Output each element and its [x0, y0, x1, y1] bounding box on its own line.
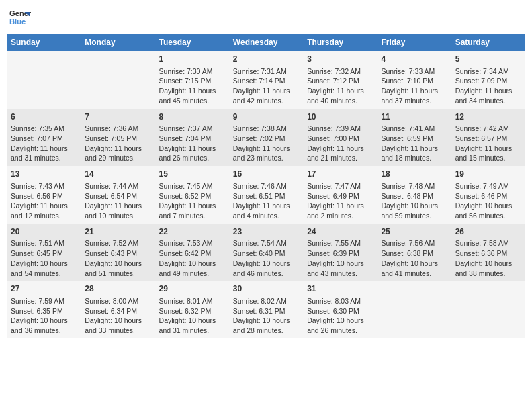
calendar-cell: 25Sunrise: 7:56 AM Sunset: 6:38 PM Dayli…	[377, 224, 451, 281]
day-info: Sunrise: 7:43 AM Sunset: 6:56 PM Dayligh…	[11, 181, 77, 221]
calendar-cell	[451, 281, 525, 338]
calendar-cell: 30Sunrise: 8:02 AM Sunset: 6:31 PM Dayli…	[229, 281, 303, 338]
calendar-cell: 16Sunrise: 7:46 AM Sunset: 6:51 PM Dayli…	[229, 166, 303, 224]
day-info: Sunrise: 7:35 AM Sunset: 7:07 PM Dayligh…	[11, 124, 77, 163]
day-info: Sunrise: 7:53 AM Sunset: 6:42 PM Dayligh…	[159, 238, 225, 278]
svg-text:Blue: Blue	[9, 17, 26, 26]
calendar-cell: 22Sunrise: 7:53 AM Sunset: 6:42 PM Dayli…	[155, 224, 229, 281]
day-info: Sunrise: 7:32 AM Sunset: 7:12 PM Dayligh…	[307, 66, 373, 106]
week-row-2: 6Sunrise: 7:35 AM Sunset: 7:07 PM Daylig…	[7, 109, 525, 167]
day-info: Sunrise: 7:38 AM Sunset: 7:02 PM Dayligh…	[233, 124, 299, 163]
day-info: Sunrise: 7:33 AM Sunset: 7:10 PM Dayligh…	[381, 66, 447, 106]
day-number: 11	[381, 111, 447, 123]
calendar-cell: 8Sunrise: 7:37 AM Sunset: 7:04 PM Daylig…	[155, 109, 229, 167]
logo: General Blue	[9, 7, 31, 28]
day-info: Sunrise: 7:42 AM Sunset: 6:57 PM Dayligh…	[455, 124, 521, 163]
day-number: 16	[233, 169, 299, 180]
week-row-4: 20Sunrise: 7:51 AM Sunset: 6:45 PM Dayli…	[7, 224, 525, 281]
day-number: 7	[85, 111, 150, 123]
calendar-cell: 28Sunrise: 8:00 AM Sunset: 6:34 PM Dayli…	[81, 281, 154, 338]
day-info: Sunrise: 7:41 AM Sunset: 6:59 PM Dayligh…	[381, 124, 447, 163]
day-number: 20	[11, 226, 77, 238]
calendar-cell: 31Sunrise: 8:03 AM Sunset: 6:30 PM Dayli…	[303, 281, 377, 338]
day-info: Sunrise: 8:02 AM Sunset: 6:31 PM Dayligh…	[233, 296, 299, 336]
day-info: Sunrise: 7:51 AM Sunset: 6:45 PM Dayligh…	[11, 238, 77, 278]
calendar-cell: 2Sunrise: 7:31 AM Sunset: 7:14 PM Daylig…	[229, 51, 303, 109]
day-info: Sunrise: 7:56 AM Sunset: 6:38 PM Dayligh…	[381, 238, 447, 278]
calendar-cell: 9Sunrise: 7:38 AM Sunset: 7:02 PM Daylig…	[229, 109, 303, 167]
calendar-cell: 24Sunrise: 7:55 AM Sunset: 6:39 PM Dayli…	[303, 224, 377, 281]
day-number: 29	[159, 283, 225, 295]
calendar-cell: 18Sunrise: 7:48 AM Sunset: 6:48 PM Dayli…	[377, 166, 451, 224]
day-info: Sunrise: 7:45 AM Sunset: 6:52 PM Dayligh…	[159, 181, 225, 221]
calendar-cell: 10Sunrise: 7:39 AM Sunset: 7:00 PM Dayli…	[303, 109, 377, 167]
day-info: Sunrise: 7:39 AM Sunset: 7:00 PM Dayligh…	[307, 124, 373, 163]
day-info: Sunrise: 8:03 AM Sunset: 6:30 PM Dayligh…	[307, 296, 373, 336]
day-number: 23	[233, 226, 299, 238]
day-info: Sunrise: 8:00 AM Sunset: 6:34 PM Dayligh…	[85, 296, 150, 336]
day-info: Sunrise: 8:01 AM Sunset: 6:32 PM Dayligh…	[159, 296, 225, 336]
calendar-cell	[7, 51, 81, 109]
calendar-cell: 27Sunrise: 7:59 AM Sunset: 6:35 PM Dayli…	[7, 281, 81, 338]
week-row-3: 13Sunrise: 7:43 AM Sunset: 6:56 PM Dayli…	[7, 166, 525, 224]
day-info: Sunrise: 7:55 AM Sunset: 6:39 PM Dayligh…	[307, 238, 373, 278]
column-header-wednesday: Wednesday	[229, 34, 303, 51]
day-info: Sunrise: 7:48 AM Sunset: 6:48 PM Dayligh…	[381, 181, 447, 221]
day-number: 25	[381, 226, 447, 238]
calendar-cell: 21Sunrise: 7:52 AM Sunset: 6:43 PM Dayli…	[81, 224, 154, 281]
day-info: Sunrise: 7:54 AM Sunset: 6:40 PM Dayligh…	[233, 238, 299, 278]
day-number: 8	[159, 111, 225, 123]
day-number: 27	[11, 283, 77, 295]
day-info: Sunrise: 7:47 AM Sunset: 6:49 PM Dayligh…	[307, 181, 373, 221]
day-info: Sunrise: 7:52 AM Sunset: 6:43 PM Dayligh…	[85, 238, 150, 278]
calendar-cell: 11Sunrise: 7:41 AM Sunset: 6:59 PM Dayli…	[377, 109, 451, 167]
day-number: 12	[455, 111, 521, 123]
day-number: 30	[233, 283, 299, 295]
day-info: Sunrise: 7:58 AM Sunset: 6:36 PM Dayligh…	[455, 238, 521, 278]
day-number: 9	[233, 111, 299, 123]
calendar-cell: 19Sunrise: 7:49 AM Sunset: 6:46 PM Dayli…	[451, 166, 525, 224]
day-info: Sunrise: 7:46 AM Sunset: 6:51 PM Dayligh…	[233, 181, 299, 221]
day-number: 1	[159, 54, 225, 65]
day-number: 19	[455, 169, 521, 180]
calendar-cell: 23Sunrise: 7:54 AM Sunset: 6:40 PM Dayli…	[229, 224, 303, 281]
calendar-cell: 7Sunrise: 7:36 AM Sunset: 7:05 PM Daylig…	[81, 109, 154, 167]
day-number: 18	[381, 169, 447, 180]
logo-icon: General Blue	[9, 7, 31, 28]
column-header-saturday: Saturday	[451, 34, 525, 51]
calendar-cell: 6Sunrise: 7:35 AM Sunset: 7:07 PM Daylig…	[7, 109, 81, 167]
calendar-cell: 26Sunrise: 7:58 AM Sunset: 6:36 PM Dayli…	[451, 224, 525, 281]
day-info: Sunrise: 7:34 AM Sunset: 7:09 PM Dayligh…	[455, 66, 521, 106]
day-info: Sunrise: 7:44 AM Sunset: 6:54 PM Dayligh…	[85, 181, 150, 221]
calendar-table: SundayMondayTuesdayWednesdayThursdayFrid…	[7, 34, 525, 338]
column-header-thursday: Thursday	[303, 34, 377, 51]
day-number: 31	[307, 283, 373, 295]
calendar-cell: 1Sunrise: 7:30 AM Sunset: 7:15 PM Daylig…	[155, 51, 229, 109]
day-number: 26	[455, 226, 521, 238]
day-info: Sunrise: 7:49 AM Sunset: 6:46 PM Dayligh…	[455, 181, 521, 221]
day-number: 21	[85, 226, 150, 238]
calendar-cell: 20Sunrise: 7:51 AM Sunset: 6:45 PM Dayli…	[7, 224, 81, 281]
page-header: General Blue	[7, 7, 525, 28]
week-row-5: 27Sunrise: 7:59 AM Sunset: 6:35 PM Dayli…	[7, 281, 525, 338]
calendar-cell: 17Sunrise: 7:47 AM Sunset: 6:49 PM Dayli…	[303, 166, 377, 224]
day-info: Sunrise: 7:36 AM Sunset: 7:05 PM Dayligh…	[85, 124, 150, 163]
day-number: 4	[381, 54, 447, 65]
week-row-1: 1Sunrise: 7:30 AM Sunset: 7:15 PM Daylig…	[7, 51, 525, 109]
day-info: Sunrise: 7:59 AM Sunset: 6:35 PM Dayligh…	[11, 296, 77, 336]
calendar-cell: 12Sunrise: 7:42 AM Sunset: 6:57 PM Dayli…	[451, 109, 525, 167]
calendar-cell	[81, 51, 154, 109]
day-number: 28	[85, 283, 150, 295]
day-number: 5	[455, 54, 521, 65]
day-number: 24	[307, 226, 373, 238]
calendar-cell	[377, 281, 451, 338]
day-number: 10	[307, 111, 373, 123]
calendar-cell: 29Sunrise: 8:01 AM Sunset: 6:32 PM Dayli…	[155, 281, 229, 338]
day-number: 22	[159, 226, 225, 238]
calendar-cell: 13Sunrise: 7:43 AM Sunset: 6:56 PM Dayli…	[7, 166, 81, 224]
column-header-friday: Friday	[377, 34, 451, 51]
column-header-tuesday: Tuesday	[155, 34, 229, 51]
calendar-cell: 3Sunrise: 7:32 AM Sunset: 7:12 PM Daylig…	[303, 51, 377, 109]
calendar-cell: 5Sunrise: 7:34 AM Sunset: 7:09 PM Daylig…	[451, 51, 525, 109]
day-number: 2	[233, 54, 299, 65]
